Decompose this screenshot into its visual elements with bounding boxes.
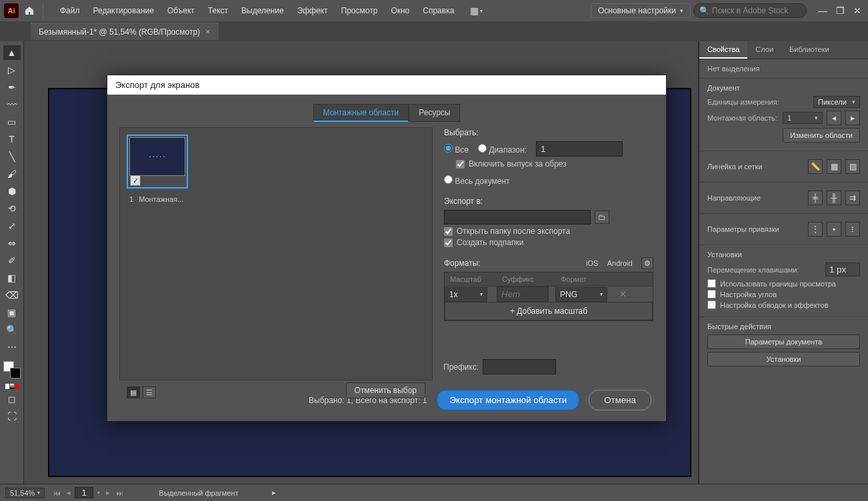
prev-artboard-icon[interactable]: ◂ bbox=[827, 111, 841, 125]
scale-tool[interactable]: ⤢ bbox=[3, 219, 21, 233]
nav-prev-icon[interactable]: ◂ bbox=[65, 488, 73, 497]
width-tool[interactable]: ⇔ bbox=[3, 236, 21, 250]
fill-stroke-swatch[interactable] bbox=[3, 361, 21, 378]
nav-last-icon[interactable]: ⏭ bbox=[114, 489, 125, 497]
type-tool[interactable]: T bbox=[3, 132, 21, 147]
clear-selection-button[interactable]: Отменить выбор bbox=[346, 382, 425, 398]
scale-strokes-checkbox[interactable] bbox=[707, 300, 716, 309]
thumbnail-checkbox[interactable]: ✓ bbox=[130, 175, 141, 186]
selection-tool[interactable]: ▲ bbox=[3, 45, 21, 60]
prefix-label: Префикс: bbox=[443, 362, 479, 372]
guides-show-icon[interactable]: ╪ bbox=[808, 191, 823, 205]
menu-help[interactable]: Справка bbox=[417, 3, 460, 18]
rotate-tool[interactable]: ⟲ bbox=[3, 201, 21, 216]
tab-layers[interactable]: Слои bbox=[747, 41, 781, 59]
menu-edit[interactable]: Редактирование bbox=[87, 3, 160, 18]
menu-window[interactable]: Окно bbox=[385, 3, 415, 18]
stock-search-input[interactable]: 🔍 Поиск в Adobe Stock bbox=[693, 3, 807, 18]
add-scale-button[interactable]: + Добавить масштаб bbox=[445, 302, 653, 320]
export-path-input[interactable] bbox=[444, 210, 591, 225]
screen-mode[interactable]: ⛶ bbox=[3, 409, 21, 424]
curvature-tool[interactable]: 〰 bbox=[3, 97, 21, 112]
shape-builder-tool[interactable]: ⬢ bbox=[3, 184, 21, 199]
home-icon[interactable] bbox=[21, 3, 37, 19]
prefix-input[interactable] bbox=[483, 359, 556, 374]
divider bbox=[43, 4, 43, 17]
zoom-dropdown[interactable]: 51,54%▾ bbox=[5, 488, 45, 498]
eyedropper-tool[interactable]: ✐ bbox=[3, 253, 21, 268]
workspace-switcher[interactable]: Основные настройки▾ bbox=[591, 3, 691, 18]
draw-mode[interactable]: ◻ bbox=[3, 392, 21, 406]
list-view-icon[interactable]: ☰ bbox=[143, 386, 156, 398]
direct-selection-tool[interactable]: ▷ bbox=[3, 63, 21, 77]
transparency-grid-icon[interactable]: ▨ bbox=[845, 159, 860, 174]
menu-object[interactable]: Объект bbox=[161, 3, 201, 18]
doc-setup-button[interactable]: Параметры документа bbox=[707, 334, 860, 349]
units-select[interactable]: Пиксели bbox=[813, 96, 860, 108]
nav-next-icon[interactable]: ▸ bbox=[104, 488, 112, 497]
formats-title: Форматы: bbox=[444, 258, 481, 268]
status-menu-icon[interactable]: ▸ bbox=[272, 488, 276, 497]
radio-full-doc[interactable] bbox=[444, 175, 453, 184]
document-tab[interactable]: Безымянный-1* @ 51,54% (RGB/Просмотр) × bbox=[31, 23, 219, 40]
radio-all[interactable] bbox=[444, 144, 453, 153]
artboard-select[interactable]: 1 bbox=[783, 112, 823, 124]
artboard-page-input[interactable] bbox=[75, 487, 93, 498]
artboard-tool[interactable]: ▣ bbox=[3, 305, 21, 320]
format-select[interactable]: PNG▾ bbox=[555, 287, 607, 302]
cancel-button[interactable]: Отмена bbox=[589, 390, 651, 410]
export-artboard-button[interactable]: Экспорт монтажной области bbox=[437, 390, 579, 410]
create-subfolders-checkbox[interactable] bbox=[444, 239, 453, 247]
pen-tool[interactable]: ✒ bbox=[3, 80, 21, 95]
menu-view[interactable]: Просмотр bbox=[335, 3, 384, 18]
menu-type[interactable]: Текст bbox=[202, 3, 234, 18]
tab-assets[interactable]: Ресурсы bbox=[409, 104, 460, 122]
next-artboard-icon[interactable]: ▸ bbox=[845, 111, 860, 125]
key-increment-input[interactable] bbox=[825, 262, 860, 276]
close-button[interactable]: ✕ bbox=[851, 4, 864, 17]
open-after-checkbox[interactable] bbox=[444, 227, 453, 236]
gradient-tool[interactable]: ◧ bbox=[3, 270, 21, 285]
snap-pixel-icon[interactable]: ▪ bbox=[827, 222, 841, 237]
color-mode-row[interactable] bbox=[5, 384, 19, 389]
rectangle-tool[interactable]: ▭ bbox=[3, 115, 21, 129]
remove-format-icon[interactable]: ✕ bbox=[614, 289, 632, 299]
zoom-tool[interactable]: 🔍 bbox=[3, 322, 21, 337]
radio-range[interactable] bbox=[478, 144, 487, 153]
suffix-input[interactable] bbox=[497, 286, 549, 302]
scale-select[interactable]: 1x▾ bbox=[445, 287, 487, 302]
preview-bounds-checkbox[interactable] bbox=[707, 279, 716, 288]
maximize-button[interactable]: ❐ bbox=[833, 4, 847, 17]
android-preset-link[interactable]: Android bbox=[607, 259, 633, 267]
preferences-button[interactable]: Установки bbox=[707, 352, 860, 366]
grid-view-icon[interactable]: ▦ bbox=[127, 386, 140, 398]
minimize-button[interactable]: — bbox=[816, 4, 829, 17]
nav-first-icon[interactable]: ⏮ bbox=[51, 489, 63, 497]
menu-file[interactable]: Файл bbox=[54, 3, 86, 18]
scale-corners-checkbox[interactable] bbox=[707, 290, 716, 298]
format-settings-icon[interactable]: ⚙ bbox=[641, 257, 653, 269]
paintbrush-tool[interactable]: 🖌 bbox=[3, 167, 21, 181]
edit-toolbar[interactable]: ⋯ bbox=[3, 340, 21, 354]
snap-glyph-icon[interactable]: ⫶ bbox=[845, 222, 860, 237]
ruler-icon[interactable]: 📏 bbox=[808, 159, 823, 174]
tab-artboards[interactable]: Монтажные области bbox=[313, 104, 409, 122]
line-tool[interactable]: ╲ bbox=[3, 149, 21, 164]
edit-artboards-button[interactable]: Изменить области bbox=[783, 128, 860, 143]
tab-close-icon[interactable]: × bbox=[205, 27, 211, 37]
eraser-tool[interactable]: ⌫ bbox=[3, 288, 21, 302]
range-input[interactable] bbox=[536, 141, 623, 157]
menu-effect[interactable]: Эффект bbox=[291, 3, 334, 18]
snap-point-icon[interactable]: ⋮ bbox=[808, 222, 823, 237]
ios-preset-link[interactable]: iOS bbox=[586, 259, 598, 267]
grid-icon[interactable]: ▦ bbox=[827, 159, 841, 174]
smart-guides-icon[interactable]: ⇉ bbox=[845, 191, 860, 205]
browse-folder-icon[interactable]: 🗀 bbox=[595, 211, 609, 224]
guides-lock-icon[interactable]: ╫ bbox=[827, 191, 841, 205]
tab-libraries[interactable]: Библиотеки bbox=[781, 41, 837, 59]
include-bleed-checkbox[interactable] bbox=[456, 160, 465, 169]
menu-select[interactable]: Выделение bbox=[235, 3, 290, 18]
tab-properties[interactable]: Свойства bbox=[699, 41, 747, 59]
artboard-thumbnail[interactable]: • • • • • ✓ bbox=[127, 135, 188, 189]
arrange-docs-icon[interactable]: ▦ ▾ bbox=[468, 3, 484, 19]
